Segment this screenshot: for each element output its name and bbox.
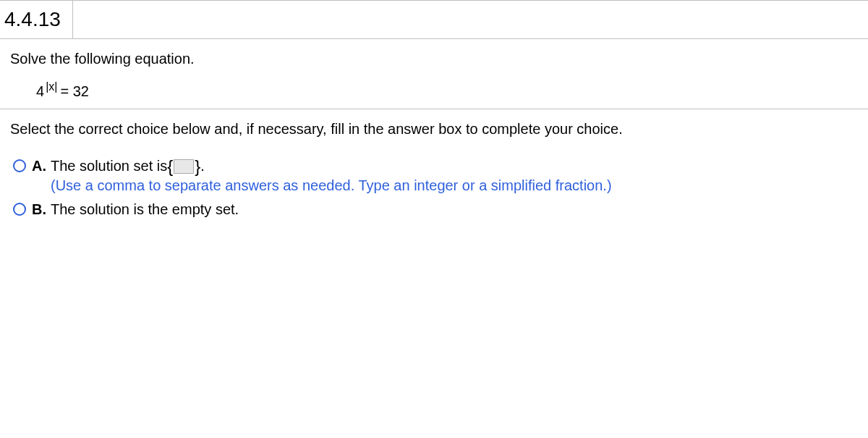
brace-open-icon: { — [167, 159, 173, 174]
prompt-section: Solve the following equation. 4 |x| = 32 — [0, 39, 868, 109]
answer-input[interactable] — [174, 159, 194, 174]
choice-b-text: The solution is the empty set. — [51, 201, 239, 217]
prompt-text: Solve the following equation. — [10, 51, 858, 67]
choice-b-body: The solution is the empty set. — [51, 201, 239, 218]
choice-a-line1: The solution set is { } . — [51, 158, 612, 174]
choice-a-suffix: . — [200, 158, 205, 174]
choice-a-hint: (Use a comma to separate answers as need… — [51, 177, 612, 194]
equation-exponent: |x| — [44, 80, 59, 93]
radio-a[interactable] — [13, 159, 26, 172]
brace-close-icon: } — [195, 159, 200, 174]
equation-base: 4 — [36, 83, 44, 100]
equation: 4 |x| = 32 — [10, 83, 858, 100]
choice-a-prefix: The solution set is — [51, 158, 167, 174]
header-bar: 4.4.13 — [0, 0, 868, 39]
choice-b: B. The solution is the empty set. — [13, 201, 858, 218]
choice-a-label: A. — [32, 158, 51, 174]
choice-a-body: The solution set is { } . (Use a comma t… — [51, 158, 612, 194]
choices-group: A. The solution set is { } . (Use a comm… — [0, 143, 868, 218]
radio-b[interactable] — [13, 203, 26, 216]
choice-a: A. The solution set is { } . (Use a comm… — [13, 158, 858, 194]
instructions-text: Select the correct choice below and, if … — [0, 109, 868, 143]
choice-b-label: B. — [32, 201, 51, 218]
question-number: 4.4.13 — [0, 1, 73, 38]
equation-rhs: = 32 — [60, 83, 88, 100]
